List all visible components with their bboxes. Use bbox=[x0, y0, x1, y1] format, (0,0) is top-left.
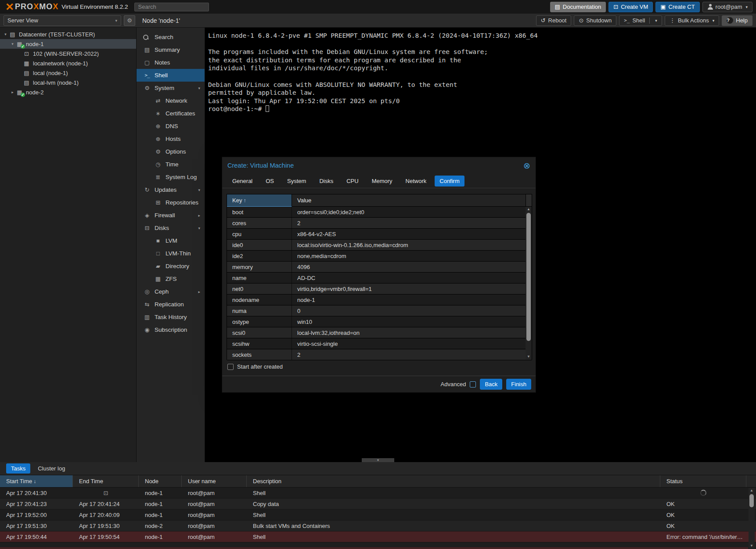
user-menu-button[interactable]: root@pam ▾ bbox=[702, 2, 752, 12]
tree-item-node-1[interactable]: ▾▦✓node-1 bbox=[0, 39, 136, 49]
task-description: Copy data bbox=[247, 499, 660, 509]
tree-item-datacenter-test-cluster[interactable]: ▾▤Datacenter (TEST-CLUSTER) bbox=[0, 29, 136, 39]
shell-button[interactable]: >_ Shell ▾ bbox=[619, 15, 662, 26]
tree-caret-icon[interactable]: ▸ bbox=[10, 90, 15, 94]
sidebar-item-zfs[interactable]: ▦ZFS bbox=[137, 273, 205, 285]
start-after-created-checkbox[interactable] bbox=[227, 364, 234, 370]
sidebar-item-network[interactable]: ⇄Network bbox=[137, 94, 205, 107]
sidebar-item-replication[interactable]: ⇆Replication bbox=[137, 298, 205, 311]
task-node: node-1 bbox=[139, 531, 182, 542]
tab-os[interactable]: OS bbox=[261, 176, 279, 187]
sidebar-item-system[interactable]: ⚙System▾ bbox=[137, 82, 205, 94]
column-header-node[interactable]: Node bbox=[139, 475, 182, 487]
view-select[interactable]: Server View ▾ bbox=[4, 15, 121, 26]
task-history-icon: ▥ bbox=[143, 314, 151, 320]
tree-caret-icon[interactable]: ▾ bbox=[3, 32, 8, 36]
back-button[interactable]: Back bbox=[480, 379, 502, 390]
shutdown-button[interactable]: ⊙ Shutdown bbox=[574, 15, 616, 26]
task-end-time: Apr 17 19:50:54 bbox=[73, 531, 139, 542]
tab-system[interactable]: System bbox=[282, 176, 311, 187]
tree-caret-icon[interactable]: ▾ bbox=[10, 42, 15, 46]
column-header-end-time[interactable]: End Time bbox=[73, 475, 139, 487]
proxmox-wordmark: PROXMOX bbox=[15, 2, 58, 11]
close-icon[interactable]: ⊗ bbox=[523, 161, 530, 170]
sidebar-item-firewall[interactable]: ◈Firewall▸ bbox=[137, 209, 205, 222]
column-header-value[interactable]: Value bbox=[292, 194, 526, 206]
table-row[interactable]: Apr 17 20:41:23Apr 17 20:41:24node-1root… bbox=[0, 499, 756, 510]
reboot-button[interactable]: ↺ Reboot bbox=[536, 15, 572, 26]
scrollbar-thumb[interactable] bbox=[749, 494, 754, 507]
tab-memory[interactable]: Memory bbox=[367, 176, 397, 187]
tab-general[interactable]: General bbox=[227, 176, 257, 187]
sidebar-item-ceph[interactable]: ◎Ceph▸ bbox=[137, 285, 205, 298]
scroll-up-icon[interactable]: ▲ bbox=[526, 207, 532, 212]
create-vm-dialog: Create: Virtual Machine ⊗ GeneralOSSyste… bbox=[222, 157, 536, 393]
sidebar-item-directory[interactable]: ▰Directory bbox=[137, 260, 205, 273]
column-header-start-time[interactable]: Start Time↓ bbox=[0, 475, 73, 487]
tab-confirm[interactable]: Confirm bbox=[435, 176, 464, 187]
sidebar-item-lvm[interactable]: ■LVM bbox=[137, 234, 205, 247]
createct-icon: ▣ bbox=[660, 4, 666, 10]
tree-item-local-node-1[interactable]: ▤local (node-1) bbox=[0, 68, 136, 78]
sidebar-item-summary[interactable]: ▤Summary bbox=[137, 43, 205, 56]
create-ct-button[interactable]: ▣ Create CT bbox=[655, 2, 699, 12]
global-search-input[interactable] bbox=[134, 3, 209, 11]
sidebar-item-time[interactable]: ◷Time bbox=[137, 158, 205, 171]
bulk-actions-button[interactable]: ⋮ Bulk Actions ▾ bbox=[665, 15, 719, 26]
sidebar-item-repositories[interactable]: ⊞Repositories bbox=[137, 196, 205, 209]
sidebar-item-options[interactable]: ⚙Options bbox=[137, 145, 205, 158]
tab-tasks[interactable]: Tasks bbox=[6, 463, 30, 474]
help-button[interactable]: ? Help bbox=[722, 15, 752, 26]
tree-settings-button[interactable]: ⚙ bbox=[124, 15, 135, 26]
tab-cpu[interactable]: CPU bbox=[342, 176, 363, 187]
create-vm-button[interactable]: ⊡ Create VM bbox=[608, 2, 653, 12]
sidebar-item-dns[interactable]: ⊕DNS bbox=[137, 120, 205, 133]
sidebar-item-task-history[interactable]: ▥Task History bbox=[137, 311, 205, 323]
sidebar-item-disks[interactable]: ⊟Disks▾ bbox=[137, 222, 205, 234]
sidebar-item-search[interactable]: Search bbox=[137, 31, 205, 43]
panel-splitter[interactable]: ▾ bbox=[362, 458, 394, 462]
sidebar-item-certificates[interactable]: ∗Certificates bbox=[137, 107, 205, 120]
sidebar-item-shell[interactable]: >_Shell bbox=[137, 69, 205, 82]
tree-item-localnetwork-node-1[interactable]: ▦localnetwork (node-1) bbox=[0, 58, 136, 68]
tab-disks[interactable]: Disks bbox=[314, 176, 338, 187]
caret-expanded-icon[interactable]: ▾ bbox=[198, 86, 200, 90]
tree-item-102-win-server-2022[interactable]: ⊡102 (WIN-SERVER-2022) bbox=[0, 49, 136, 58]
repositories-icon: ⊞ bbox=[154, 199, 162, 206]
tab-network[interactable]: Network bbox=[401, 176, 432, 187]
dialog-table-scrollbar[interactable]: ▲ ▼ bbox=[526, 207, 532, 359]
sidebar-item-label: Summary bbox=[155, 47, 180, 53]
caret-expanded-icon[interactable]: ▾ bbox=[198, 188, 200, 192]
sidebar-item-label: System Log bbox=[166, 174, 197, 180]
sidebar-item-hosts[interactable]: ⊕Hosts bbox=[137, 133, 205, 145]
sidebar-item-notes[interactable]: ▢Notes bbox=[137, 56, 205, 69]
finish-button[interactable]: Finish bbox=[506, 379, 531, 390]
sidebar-item-label: Repositories bbox=[166, 199, 198, 206]
documentation-button[interactable]: ▤ Documentation bbox=[550, 2, 606, 12]
caret-collapsed-icon[interactable]: ▸ bbox=[198, 213, 200, 218]
column-header-status[interactable]: Status bbox=[660, 475, 746, 487]
caret-collapsed-icon[interactable]: ▸ bbox=[198, 290, 200, 294]
scroll-down-icon[interactable]: ▼ bbox=[526, 354, 532, 359]
caret-expanded-icon[interactable]: ▾ bbox=[198, 226, 200, 230]
tasks-scrollbar[interactable]: ▲ ▼ bbox=[749, 488, 755, 549]
scroll-down-icon[interactable]: ▼ bbox=[749, 543, 755, 549]
table-row[interactable]: Apr 17 19:52:00Apr 17 20:40:09node-1root… bbox=[0, 510, 756, 520]
sidebar-item-lvm-thin[interactable]: □LVM-Thin bbox=[137, 247, 205, 260]
sidebar-item-updates[interactable]: ↻Updates▾ bbox=[137, 183, 205, 196]
column-header-key[interactable]: Key↑ bbox=[227, 194, 292, 207]
scroll-up-icon[interactable]: ▲ bbox=[749, 488, 755, 493]
tree-item-local-lvm-node-1[interactable]: ▤local-lvm (node-1) bbox=[0, 78, 136, 87]
terminal-prompt: root@node-1:~# bbox=[208, 105, 262, 112]
column-header-description[interactable]: Description bbox=[247, 475, 660, 487]
sidebar-item-system-log[interactable]: ≣System Log bbox=[137, 171, 205, 183]
column-header-user-name[interactable]: User name bbox=[182, 475, 247, 487]
scrollbar-thumb[interactable] bbox=[526, 213, 531, 341]
advanced-checkbox[interactable] bbox=[470, 381, 476, 388]
tab-cluster-log[interactable]: Cluster log bbox=[33, 463, 70, 474]
tree-item-node-2[interactable]: ▸▦✓node-2 bbox=[0, 87, 136, 97]
table-row[interactable]: Apr 17 19:51:30Apr 17 19:51:30node-2root… bbox=[0, 520, 756, 531]
table-row[interactable]: Apr 17 19:50:44Apr 17 19:50:54node-1root… bbox=[0, 531, 756, 542]
table-row[interactable]: Apr 17 20:41:30⊡node-1root@pamShell bbox=[0, 488, 756, 499]
sidebar-item-subscription[interactable]: ◉Subscription bbox=[137, 323, 205, 336]
